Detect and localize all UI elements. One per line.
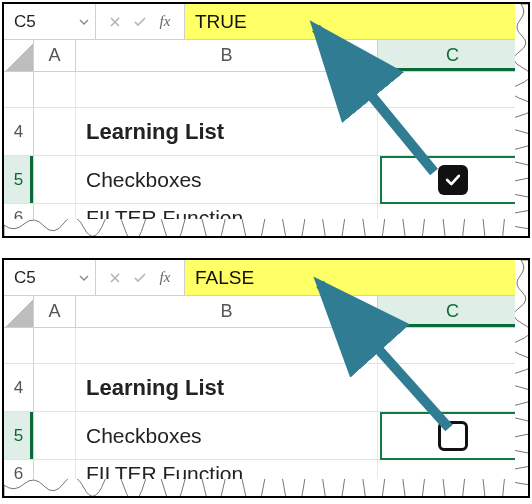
grid: 4 Learning List 5 Checkboxes 6 FILTER Fu… <box>4 328 528 488</box>
table-row: 4 Learning List <box>4 108 528 156</box>
cell-4-C[interactable] <box>378 364 528 411</box>
cell-5-B[interactable]: Checkboxes <box>76 156 378 203</box>
formula-bar: C5 fx FALSE <box>4 260 528 296</box>
torn-edge-bottom <box>4 219 530 237</box>
col-header-C[interactable]: C <box>378 40 528 71</box>
blank-row <box>4 328 528 364</box>
cell-4-A[interactable] <box>34 364 76 411</box>
col-header-A[interactable]: A <box>34 296 76 327</box>
cell-blank-B[interactable] <box>76 72 378 107</box>
table-row: 4 Learning List <box>4 364 528 412</box>
cell-blank-A[interactable] <box>34 328 76 363</box>
chevron-down-icon <box>79 268 89 288</box>
name-box[interactable]: C5 <box>4 4 96 39</box>
cancel-icon[interactable] <box>104 267 126 289</box>
cancel-icon[interactable] <box>104 11 126 33</box>
name-box-value: C5 <box>14 268 36 288</box>
col-header-B[interactable]: B <box>76 40 378 71</box>
cell-4-C[interactable] <box>378 108 528 155</box>
column-headers: A B C <box>4 296 528 328</box>
checkbox-unchecked-icon <box>438 421 468 451</box>
col-header-A[interactable]: A <box>34 40 76 71</box>
select-all-triangle[interactable] <box>4 40 34 71</box>
table-row: 5 Checkboxes <box>4 156 528 204</box>
formula-text: FALSE <box>195 267 254 289</box>
select-all-triangle[interactable] <box>4 296 34 327</box>
torn-edge-right <box>515 260 529 498</box>
table-row: 5 Checkboxes <box>4 412 528 460</box>
chevron-down-icon <box>79 12 89 32</box>
name-box[interactable]: C5 <box>4 260 96 295</box>
col-header-B[interactable]: B <box>76 296 378 327</box>
row-header-4[interactable]: 4 <box>4 108 34 155</box>
cell-4-B[interactable]: Learning List <box>76 108 378 155</box>
cell-5-A[interactable] <box>34 156 76 203</box>
cell-4-A[interactable] <box>34 108 76 155</box>
column-headers: A B C <box>4 40 528 72</box>
col-header-C[interactable]: C <box>378 296 528 327</box>
row-header-4[interactable]: 4 <box>4 364 34 411</box>
formula-bar: C5 fx TRUE <box>4 4 528 40</box>
cell-4-B[interactable]: Learning List <box>76 364 378 411</box>
stage: C5 fx TRUE A B C <box>0 0 532 504</box>
cell-5-A[interactable] <box>34 412 76 459</box>
cell-blank-B[interactable] <box>76 328 378 363</box>
formula-text: TRUE <box>195 11 247 33</box>
row-header-blank[interactable] <box>4 328 34 363</box>
cell-5-C-checkbox[interactable] <box>378 156 528 203</box>
cell-5-B[interactable]: Checkboxes <box>76 412 378 459</box>
name-box-value: C5 <box>14 12 36 32</box>
cell-blank-C[interactable] <box>378 328 528 363</box>
insert-function-icon[interactable]: fx <box>154 11 176 33</box>
cell-blank-C[interactable] <box>378 72 528 107</box>
formula-value[interactable]: FALSE <box>185 260 528 295</box>
formula-value[interactable]: TRUE <box>185 4 528 39</box>
enter-icon[interactable] <box>129 11 151 33</box>
formula-bar-buttons: fx <box>96 260 185 295</box>
grid: 4 Learning List 5 Checkboxes 6 FILTER Fu… <box>4 72 528 232</box>
checkbox-checked-icon <box>438 165 468 195</box>
cell-5-C-checkbox[interactable] <box>378 412 528 459</box>
row-header-5[interactable]: 5 <box>4 156 34 203</box>
torn-edge-bottom <box>4 479 530 497</box>
enter-icon[interactable] <box>129 267 151 289</box>
formula-bar-buttons: fx <box>96 4 185 39</box>
insert-function-icon[interactable]: fx <box>154 267 176 289</box>
blank-row <box>4 72 528 108</box>
row-header-blank[interactable] <box>4 72 34 107</box>
row-header-5[interactable]: 5 <box>4 412 34 459</box>
excel-panel-false: C5 fx FALSE A B C <box>2 258 530 498</box>
cell-blank-A[interactable] <box>34 72 76 107</box>
excel-panel-true: C5 fx TRUE A B C <box>2 2 530 238</box>
torn-edge-right <box>515 4 529 238</box>
